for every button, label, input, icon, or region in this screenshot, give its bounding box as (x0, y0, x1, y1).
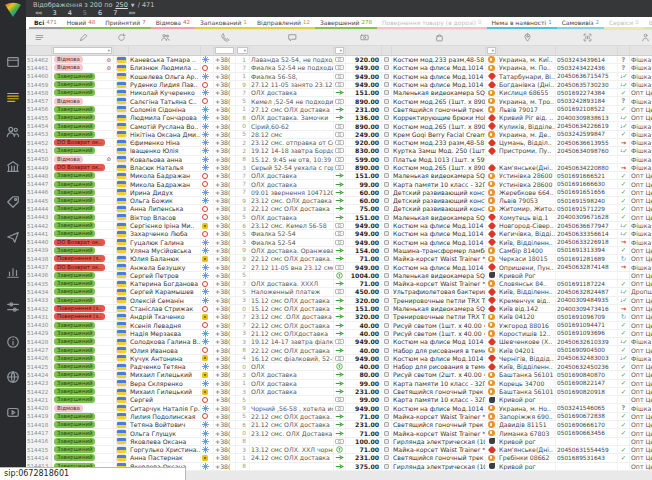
client-phone[interactable]: +38( (214, 189, 236, 196)
filter-dropdown[interactable]: ▾ (236, 46, 250, 55)
table-row[interactable]: 514437DO Возврат ок..Анжела Безушку+38(2… (26, 263, 652, 271)
tab-sent[interactable]: Відправлений12 (252, 17, 315, 29)
client-phone[interactable]: +38( (214, 288, 236, 295)
page-number[interactable]: 4 (68, 9, 72, 17)
table-row[interactable]: 514445ЗавершенийОльга Божик+38(923.12 см… (26, 197, 652, 205)
client-phone[interactable]: +38( (214, 89, 236, 96)
table-row[interactable]: 514418ЗавершенийТетяна Войтович+38(621.1… (26, 421, 652, 429)
sidebar-item-browser[interactable] (6, 54, 20, 68)
sidebar-item-campaigns[interactable] (6, 229, 20, 243)
table-row[interactable]: 514422ЗавершенийМихаил Гилецький+38(3ОЛХ… (26, 388, 652, 396)
client-phone[interactable]: +38( (214, 255, 236, 262)
table-row[interactable]: 514427ЗавершенийЮлия Иванова+38(822.12 с… (26, 346, 652, 354)
table-row[interactable]: 514424ЗавершенийМихаил Гилецький+38(3ОЛХ… (26, 371, 652, 379)
table-row[interactable]: 514415ЗавершенийГоргулько Христина..+38(… (26, 446, 652, 454)
first-page-button[interactable]: «« (35, 9, 42, 17)
client-phone[interactable]: +38( (214, 139, 236, 146)
client-phone[interactable]: +38( (214, 81, 236, 88)
table-row[interactable]: 514443ЗавершенийВіктор Власов+38(5ОЛХ до… (26, 214, 652, 222)
sidebar-item-info[interactable] (6, 334, 20, 348)
client-phone[interactable]: +38( (214, 239, 236, 246)
column-header-ttn-icon[interactable] (556, 30, 618, 45)
table-row[interactable]: 514446ЗавершенийИрина Дидух+38(709.01 зв… (26, 189, 652, 197)
client-phone[interactable]: +38( (214, 230, 236, 237)
tab-pickup[interactable]: Самовивіз2 (557, 17, 604, 29)
tab-way-home[interactable]: В дорозі додому0 (644, 17, 652, 29)
tab-completed[interactable]: Завершений278 (315, 17, 377, 29)
filter-input[interactable] (214, 46, 236, 55)
client-phone[interactable]: +38( (214, 463, 236, 470)
tab-packed[interactable]: Запакований1 (195, 17, 252, 29)
client-phone[interactable]: +38( (214, 404, 236, 411)
table-row[interactable]: 514416ЗавершенийЯковлева Оксана+38(8100.… (26, 438, 652, 446)
client-phone[interactable]: +38( (214, 355, 236, 362)
table-row[interactable]: 514453ЗавершенийНікітіна Оксана Дми..+38… (26, 131, 652, 139)
column-header-payment-icon[interactable] (346, 30, 382, 45)
table-row[interactable]: 514417ЗавершенийОльга Глущук+38(023.12 с… (26, 429, 652, 437)
table-row[interactable]: 514420ВідмоваСитарчук Наталія Гр..+38(9Ч… (26, 404, 652, 412)
filter-dropdown-caret-icon[interactable]: ▾ (53, 47, 112, 54)
filter-dropdown[interactable]: ▾ (334, 46, 346, 55)
table-row[interactable]: 514419ЗавершенийЛилия Подолинская+38(522… (26, 413, 652, 421)
table-row[interactable]: 514455ЗавершенийЛюдмила Гончарова+38(8ОЛ… (26, 114, 652, 122)
table-row[interactable]: 514450Відмова⊘Ковальова анна+38(815.12. … (26, 156, 652, 164)
column-header-manager-icon[interactable] (630, 30, 652, 45)
table-row[interactable]: 514456ЗавершенийСоломія Сідоніна+38(127.… (26, 106, 652, 114)
last-page-button[interactable]: »» (128, 9, 135, 17)
table-row[interactable]: 514440DO Возврат ок..Гуцалюк Галина+38(3… (26, 239, 652, 247)
column-header-location-icon[interactable] (498, 30, 556, 45)
client-phone[interactable]: +38( (214, 114, 236, 121)
sidebar-item-video[interactable] (6, 404, 20, 418)
table-row[interactable]: 514421ЗавершенийСергей+38(599.00Карта па… (26, 396, 652, 404)
column-header-orders-list-icon[interactable] (26, 30, 52, 45)
table-row[interactable]: 514425ЗавершенийРадченко Тетяна+38(0ОЛХ4… (26, 363, 652, 371)
page-number[interactable]: 6 (98, 9, 102, 17)
tab-new[interactable]: Новий48 (62, 17, 101, 29)
client-phone[interactable]: +38( (214, 263, 236, 270)
client-phone[interactable]: +38( (214, 172, 236, 179)
table-row[interactable]: 514439ЗавершенийУляна Мусійовська+38(9ОЛ… (26, 247, 652, 255)
client-phone[interactable]: +38( (214, 214, 236, 221)
table-row[interactable]: 514414ЗавершенийАнна Пастернак+38(124.12… (26, 454, 652, 462)
table-row[interactable]: 514438Повернення (з..Юлия Баланюк+38(922… (26, 255, 652, 263)
client-phone[interactable]: +38( (214, 346, 236, 353)
table-row[interactable]: 514461Відмова⊘Близнюк Людмила ..+38(7Фиа… (26, 64, 652, 72)
client-phone[interactable]: +38( (214, 205, 236, 212)
client-phone[interactable]: +38( (214, 421, 236, 428)
tab-accepted[interactable]: Прийнятий7 (100, 17, 150, 29)
table-row[interactable]: 514441ЗавершенийЗахарченко Люба+38(5Фиал… (26, 230, 652, 238)
table-row[interactable]: 514435ЗавершенийКатерина Богданова+38(7О… (26, 280, 652, 288)
column-header-comment-icon[interactable] (250, 30, 334, 45)
sidebar-item-orders[interactable] (6, 89, 20, 103)
table-row[interactable]: 514451ЗавершенийІващенко Юлія+38(219.12 … (26, 147, 652, 155)
client-phone[interactable]: +38( (214, 380, 236, 387)
column-header-callback-icon[interactable] (114, 30, 129, 45)
client-phone[interactable]: +38( (214, 280, 236, 287)
table-row[interactable]: 514436ЗавершенийСергей Петров+38(51004.0… (26, 272, 652, 280)
client-phone[interactable]: +38( (214, 446, 236, 453)
client-phone[interactable]: +38( (214, 164, 236, 171)
client-phone[interactable]: +38( (214, 147, 236, 154)
table-row[interactable]: 514429ЗавершенийНадія Мерзаєва+38(321.12… (26, 330, 652, 338)
filter-dropdown-caret-icon[interactable]: ▾ (335, 47, 344, 54)
table-row[interactable]: 514428ЗавершенийСолодкова Галина В..+38(… (26, 338, 652, 346)
client-phone[interactable]: +38( (214, 305, 236, 312)
table-row[interactable]: 514459ЗавершенийРуденко Лидия Пав..+38(9… (26, 81, 652, 89)
table-row[interactable]: 514433ЗавершенийОлексій Семанін+38(315.1… (26, 297, 652, 305)
column-header-clients-icon[interactable] (129, 30, 201, 45)
table-row[interactable]: 514423ЗавершенийВера Скляренко+38(1ОЛХ д… (26, 380, 652, 388)
client-phone[interactable]: +38( (214, 371, 236, 378)
tab-refused[interactable]: Відмова42 (151, 17, 195, 29)
table-row[interactable]: 514431Повернення (з..Андрій Ткаченко+38(… (26, 313, 652, 321)
filter-dropdown-caret-icon[interactable]: ▾ (237, 47, 248, 54)
sidebar-item-clients[interactable] (6, 124, 20, 138)
client-phone[interactable]: +38( (214, 131, 236, 138)
client-phone[interactable]: +38( (214, 322, 236, 329)
table-row[interactable]: 514460ЗавершенийКошелева Ольга Ар..+38(1… (26, 73, 652, 81)
table-row[interactable]: 514447ЗавершенийМикола Бадражан+38(7ОЛХ … (26, 180, 652, 188)
tab-services[interactable]: Сервіси0 (604, 17, 644, 29)
app-logo-icon[interactable] (3, 2, 23, 18)
column-header-phone-icon[interactable] (214, 30, 236, 45)
tab-all[interactable]: Всі471 (29, 17, 62, 29)
tab-return-transit[interactable]: Повернення товару (в дорозі)0 (377, 17, 487, 29)
